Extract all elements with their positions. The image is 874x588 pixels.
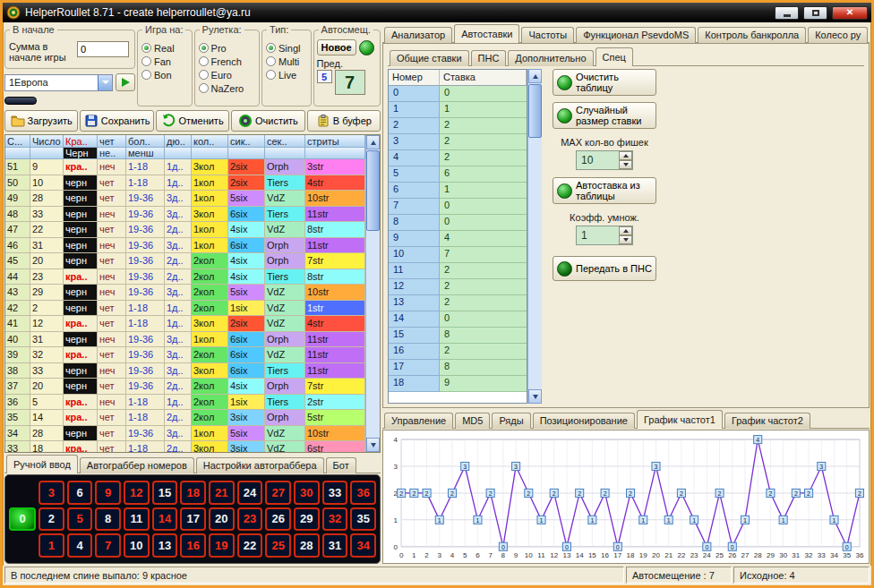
radio-option-Pro[interactable]: Pro bbox=[199, 41, 255, 55]
input-tab-3[interactable]: Бот bbox=[326, 457, 356, 473]
board-cell-2[interactable]: 2 bbox=[39, 507, 64, 532]
input-tab-2[interactable]: Настройки автограббера bbox=[196, 457, 324, 473]
radio-option-Euro[interactable]: Euro bbox=[199, 68, 255, 81]
board-cell-18[interactable]: 18 bbox=[180, 481, 206, 505]
radio-option-NaZero[interactable]: NaZero bbox=[199, 81, 255, 95]
board-cell-19[interactable]: 19 bbox=[209, 533, 235, 558]
board-cell-29[interactable]: 29 bbox=[294, 507, 320, 532]
board-cell-4[interactable]: 4 bbox=[67, 533, 93, 558]
radio-option-Live[interactable]: Live bbox=[266, 68, 307, 81]
radio-option-Singl[interactable]: Singl bbox=[266, 41, 307, 55]
main-tab-4[interactable]: Контроль банкролла bbox=[698, 27, 806, 43]
scroll-down-arrow[interactable] bbox=[528, 389, 542, 404]
main-tab-3[interactable]: Функционал PsevdoMS bbox=[576, 27, 696, 43]
board-cell-11[interactable]: 11 bbox=[124, 507, 150, 532]
sub-tab-2[interactable]: Дополнительно bbox=[508, 50, 593, 66]
clear-table-button[interactable]: Очистить таблицу bbox=[553, 69, 656, 96]
board-cell-8[interactable]: 8 bbox=[95, 507, 121, 532]
board-cell-31[interactable]: 31 bbox=[322, 533, 348, 558]
start-sum-input[interactable] bbox=[77, 41, 129, 57]
chart-tab-3[interactable]: Позиционирование bbox=[533, 413, 635, 429]
board-cell-12[interactable]: 12 bbox=[124, 481, 150, 505]
scrollbar-thumb[interactable] bbox=[366, 150, 380, 231]
coef-stepper[interactable]: 1 bbox=[576, 226, 633, 245]
toolbar-undo-button[interactable]: Отменить bbox=[156, 110, 229, 132]
history-scrollbar[interactable] bbox=[365, 135, 380, 452]
sub-tab-3[interactable]: Спец bbox=[596, 47, 633, 66]
board-cell-36[interactable]: 36 bbox=[350, 481, 376, 505]
collapse-toggle-button[interactable] bbox=[4, 97, 37, 105]
max-chips-stepper[interactable]: 10 bbox=[576, 150, 633, 170]
board-cell-26[interactable]: 26 bbox=[265, 507, 291, 532]
sub-tab-1[interactable]: ПНС bbox=[471, 50, 507, 66]
scrollbar-track[interactable] bbox=[366, 149, 380, 438]
board-cell-32[interactable]: 32 bbox=[322, 507, 348, 532]
toolbar-folder-button[interactable]: Загрузить bbox=[4, 110, 78, 132]
toolbar-clear-button[interactable]: Очистить bbox=[231, 110, 304, 132]
close-button[interactable]: ✕ bbox=[832, 6, 868, 20]
chevron-down-icon[interactable] bbox=[98, 75, 112, 90]
radio-option-Multi[interactable]: Multi bbox=[266, 55, 307, 68]
board-cell-10[interactable]: 10 bbox=[124, 533, 150, 558]
board-cell-27[interactable]: 27 bbox=[265, 481, 291, 505]
radio-option-Fan[interactable]: Fan bbox=[141, 55, 188, 68]
board-cell-23[interactable]: 23 bbox=[237, 507, 263, 532]
stepper-up-button[interactable] bbox=[619, 226, 632, 235]
board-cell-13[interactable]: 13 bbox=[152, 533, 178, 558]
radio-option-Real[interactable]: Real bbox=[141, 41, 188, 55]
main-tab-0[interactable]: Анализатор bbox=[384, 27, 452, 43]
input-tab-0[interactable]: Ручной ввод bbox=[6, 455, 78, 473]
board-cell-25[interactable]: 25 bbox=[265, 533, 291, 558]
scroll-up-arrow[interactable] bbox=[528, 69, 542, 83]
chart-tab-0[interactable]: Управление bbox=[384, 413, 453, 429]
random-stake-button[interactable]: Случайный размер ставки bbox=[553, 102, 656, 129]
board-cell-28[interactable]: 28 bbox=[294, 533, 320, 558]
scroll-up-arrow[interactable] bbox=[366, 135, 380, 149]
new-button[interactable]: Новое bbox=[317, 39, 356, 55]
scrollbar-track[interactable] bbox=[528, 83, 542, 389]
board-cell-9[interactable]: 9 bbox=[95, 481, 121, 505]
chart-tab-2[interactable]: Ряды bbox=[492, 413, 530, 429]
stepper-down-button[interactable] bbox=[619, 160, 632, 169]
board-cell-0[interactable]: 0 bbox=[9, 507, 36, 532]
send-pns-button[interactable]: Передать в ПНС bbox=[553, 256, 656, 281]
board-cell-22[interactable]: 22 bbox=[237, 533, 263, 558]
board-cell-14[interactable]: 14 bbox=[152, 507, 178, 532]
chart-tab-4[interactable]: График частот1 bbox=[637, 410, 723, 429]
game-select[interactable]: 1Европа bbox=[4, 74, 113, 91]
toolbar-save-button[interactable]: Сохранить bbox=[80, 110, 153, 132]
main-tab-2[interactable]: Частоты bbox=[521, 27, 574, 43]
chart-tab-5[interactable]: График частот2 bbox=[724, 413, 810, 429]
stepper-up-button[interactable] bbox=[619, 151, 632, 160]
minimize-button[interactable] bbox=[775, 6, 799, 20]
bet-scrollbar[interactable] bbox=[527, 69, 542, 404]
board-cell-30[interactable]: 30 bbox=[294, 481, 320, 505]
board-cell-7[interactable]: 7 bbox=[95, 533, 121, 558]
board-cell-15[interactable]: 15 bbox=[152, 481, 178, 505]
board-cell-1[interactable]: 1 bbox=[39, 533, 64, 558]
scrollbar-thumb[interactable] bbox=[528, 84, 542, 138]
board-cell-21[interactable]: 21 bbox=[209, 481, 235, 505]
autostake-button[interactable]: Автоставка из таблицы bbox=[553, 177, 656, 204]
scroll-down-arrow[interactable] bbox=[366, 438, 380, 452]
board-cell-33[interactable]: 33 bbox=[322, 481, 348, 505]
main-tab-5[interactable]: Колесо ру bbox=[808, 27, 868, 43]
board-cell-35[interactable]: 35 bbox=[350, 507, 376, 532]
input-tab-1[interactable]: Автограббер номеров bbox=[80, 457, 194, 473]
board-cell-5[interactable]: 5 bbox=[67, 507, 93, 532]
chart-tab-1[interactable]: MD5 bbox=[455, 413, 490, 429]
board-cell-34[interactable]: 34 bbox=[350, 533, 376, 558]
board-cell-16[interactable]: 16 bbox=[180, 533, 206, 558]
play-button[interactable] bbox=[116, 73, 135, 91]
board-cell-20[interactable]: 20 bbox=[209, 507, 235, 532]
stepper-down-button[interactable] bbox=[619, 235, 632, 244]
board-cell-6[interactable]: 6 bbox=[67, 481, 93, 505]
sub-tab-0[interactable]: Общие ставки bbox=[390, 50, 469, 66]
main-tab-1[interactable]: Автоставки bbox=[454, 24, 519, 43]
toolbar-clipboard-button[interactable]: В буфер bbox=[307, 110, 381, 132]
maximize-button[interactable] bbox=[803, 6, 827, 20]
board-cell-17[interactable]: 17 bbox=[180, 507, 206, 532]
radio-option-Bon[interactable]: Bon bbox=[141, 68, 188, 81]
board-cell-3[interactable]: 3 bbox=[39, 481, 64, 505]
board-cell-24[interactable]: 24 bbox=[237, 481, 263, 505]
